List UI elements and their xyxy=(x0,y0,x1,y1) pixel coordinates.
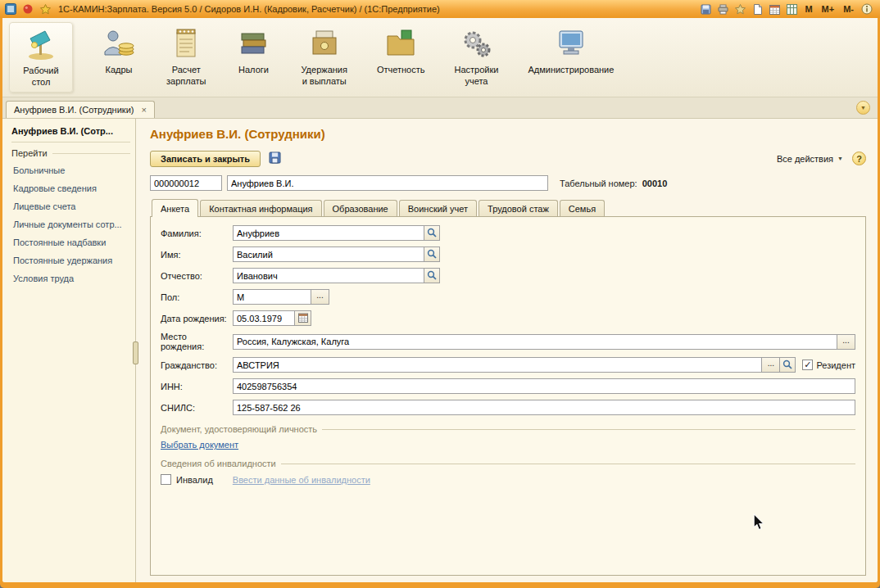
identity-doc-section-header: Документ, удостоверяющий личность xyxy=(161,424,855,434)
help-button[interactable]: ? xyxy=(852,152,866,165)
inn-input[interactable] xyxy=(233,378,855,394)
resident-group: ✓ Резидент xyxy=(802,360,855,370)
document-tabbar: Ануфриев В.И. (Сотрудники) × ▼ xyxy=(2,97,878,119)
titlebar: 1С-КАМИН:Зарплата. Версия 5.0 / Сидоров … xyxy=(0,0,880,18)
citizenship-lookup-button[interactable] xyxy=(780,357,796,373)
favorites-star-icon[interactable] xyxy=(39,2,52,16)
citizenship-input[interactable] xyxy=(233,357,762,373)
disability-data-link[interactable]: Ввести данные об инвалидности xyxy=(233,475,370,485)
toolbar-item-label: Удержания и выплаты xyxy=(301,64,347,88)
lastname-input[interactable] xyxy=(233,225,424,241)
field-row-middlename: Отчество: xyxy=(161,268,855,283)
toolbar-item-taxes[interactable]: Налоги xyxy=(230,22,276,79)
toolbar-item-reporting[interactable]: Отчетность xyxy=(372,22,430,79)
info-icon[interactable] xyxy=(860,2,873,16)
toolbar-item-payroll[interactable]: Расчет зарплаты xyxy=(161,22,211,91)
choose-doc-link-row: Выбрать документ xyxy=(161,440,855,450)
sidebar-item-postoyannye-nadbavki[interactable]: Постоянные надбавки xyxy=(11,235,130,250)
app-logo-icon[interactable] xyxy=(4,2,17,16)
star-icon[interactable] xyxy=(733,2,746,16)
workspace: Ануфриев В.И. (Сотр... Перейти Больничны… xyxy=(2,119,878,582)
identity-row: Табельный номер: 00010 xyxy=(150,175,866,191)
birthplace-input[interactable] xyxy=(233,334,837,350)
sections-toolbar: Рабочий стол Кадры Расчет зарплаты Налог… xyxy=(2,18,878,97)
disabled-checkbox[interactable] xyxy=(161,474,171,485)
reporting-folder-icon xyxy=(383,25,419,61)
service-alert-icon[interactable] xyxy=(21,2,34,16)
middlename-lookup-button[interactable] xyxy=(424,268,440,283)
toolbar-item-deductions[interactable]: Удержания и выплаты xyxy=(296,22,352,91)
deductions-ledger-icon xyxy=(306,25,342,61)
inn-label: ИНН: xyxy=(161,382,233,391)
app-window: 1С-КАМИН:Зарплата. Версия 5.0 / Сидоров … xyxy=(0,0,880,588)
sidebar-item-lichnye-dokumenty[interactable]: Личные документы сотр... xyxy=(11,217,130,232)
sidebar-title: Ануфриев В.И. (Сотр... xyxy=(11,126,130,136)
question-icon: ? xyxy=(856,154,862,164)
document-tab-label: Ануфриев В.И. (Сотрудники) xyxy=(14,105,134,115)
sidebar-item-bolnichnye[interactable]: Больничные xyxy=(11,163,130,178)
firstname-lookup-button[interactable] xyxy=(424,247,440,262)
sidebar-item-usloviya-truda[interactable]: Условия труда xyxy=(11,271,130,286)
sidebar-item-postoyannye-uderzhaniya[interactable]: Постоянные удержания xyxy=(11,253,130,268)
sidebar-item-litsevye-scheta[interactable]: Лицевые счета xyxy=(11,199,130,214)
tab-anketa[interactable]: Анкета xyxy=(152,199,198,217)
toolbar-item-administration[interactable]: Администрирование xyxy=(523,22,619,79)
all-actions-button[interactable]: Все действия ▼ xyxy=(773,152,846,165)
document-tab-employee[interactable]: Ануфриев В.И. (Сотрудники) × xyxy=(6,101,155,118)
full-name-input[interactable] xyxy=(227,175,548,191)
lastname-label: Фамилия: xyxy=(161,228,233,238)
administration-computer-icon xyxy=(553,25,589,61)
gender-label: Пол: xyxy=(161,292,233,302)
tab-voinskiy-uchet[interactable]: Воинский учет xyxy=(399,200,477,217)
toolbar-item-label: Расчет зарплаты xyxy=(166,64,206,88)
toolbar-item-label: Рабочий стол xyxy=(23,65,58,88)
code-input[interactable] xyxy=(150,175,222,191)
firstname-input[interactable] xyxy=(233,247,424,262)
form-tabstrip: Анкета Контактная информация Образование… xyxy=(150,199,866,216)
toolbar-item-settings[interactable]: Настройки учета xyxy=(450,22,504,91)
calendar-icon[interactable] xyxy=(768,2,781,16)
snils-input[interactable] xyxy=(233,400,855,415)
toolbar-item-desktop[interactable]: Рабочий стол xyxy=(9,22,73,93)
birthdate-calendar-button[interactable] xyxy=(295,310,311,326)
toolbar-item-label: Отчетность xyxy=(377,64,425,75)
disability-section-header: Сведения об инвалидности xyxy=(161,459,855,468)
tab-obrazovanie[interactable]: Образование xyxy=(324,200,397,217)
print-icon[interactable] xyxy=(716,2,729,16)
toolbar-item-personnel[interactable]: Кадры xyxy=(96,22,142,79)
toolbar-item-label: Настройки учета xyxy=(455,64,499,88)
field-row-inn: ИНН: xyxy=(161,378,855,394)
memory-m-plus-button[interactable]: M+ xyxy=(819,4,837,14)
gender-select-button[interactable]: ... xyxy=(311,289,329,305)
tab-list-chevron-button[interactable]: ▼ xyxy=(856,101,870,115)
lastname-lookup-button[interactable] xyxy=(424,225,440,241)
middlename-input[interactable] xyxy=(233,268,424,283)
resident-checkbox[interactable]: ✓ xyxy=(802,360,813,370)
memory-m-button[interactable]: M xyxy=(802,4,814,14)
sidebar-section-goto: Перейти xyxy=(11,148,130,158)
magnifier-icon xyxy=(427,270,437,282)
tab-kontaktnaya-informatsiya[interactable]: Контактная информация xyxy=(200,200,321,217)
chevron-down-icon: ▼ xyxy=(860,105,866,111)
splitter-scroll-thumb[interactable] xyxy=(133,341,138,364)
citizenship-select-button[interactable]: ... xyxy=(762,357,780,373)
birthplace-select-button[interactable]: ... xyxy=(837,334,855,350)
close-tab-icon[interactable]: × xyxy=(141,106,146,115)
tab-semya[interactable]: Семья xyxy=(560,200,605,217)
field-row-snils: СНИЛС: xyxy=(161,400,855,415)
memory-m-minus-button[interactable]: M- xyxy=(841,4,856,14)
page-icon[interactable] xyxy=(751,2,764,16)
save-icon[interactable] xyxy=(699,2,712,16)
gender-input[interactable] xyxy=(233,289,311,305)
save-and-close-button[interactable]: Записать и закрыть xyxy=(150,151,261,167)
client-area: Рабочий стол Кадры Расчет зарплаты Налог… xyxy=(2,18,878,582)
desktop-lamp-icon xyxy=(23,26,59,62)
tab-number-label: Табельный номер: xyxy=(560,179,637,188)
check-icon: ✓ xyxy=(804,360,811,370)
tab-trudovoy-stazh[interactable]: Трудовой стаж xyxy=(479,200,558,217)
birthdate-input[interactable] xyxy=(233,310,295,326)
table-icon[interactable] xyxy=(785,2,798,16)
sidebar-item-kadrovye-svedeniya[interactable]: Кадровые сведения xyxy=(11,181,130,196)
save-button[interactable] xyxy=(266,150,284,167)
choose-document-link[interactable]: Выбрать документ xyxy=(161,440,238,450)
